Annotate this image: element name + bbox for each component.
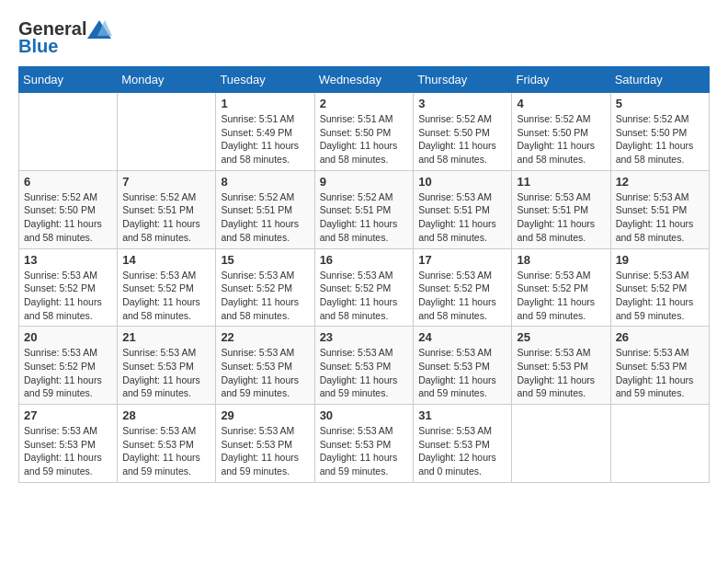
calendar-cell: 25Sunrise: 5:53 AM Sunset: 5:53 PM Dayli… — [512, 327, 610, 405]
calendar-cell: 11Sunrise: 5:53 AM Sunset: 5:51 PM Dayli… — [512, 170, 610, 248]
day-number: 5 — [616, 97, 704, 110]
day-number: 31 — [418, 408, 506, 422]
calendar-cell: 9Sunrise: 5:52 AM Sunset: 5:51 PM Daylig… — [314, 170, 414, 248]
day-info: Sunrise: 5:53 AM Sunset: 5:53 PM Dayligh… — [517, 346, 605, 400]
day-number: 3 — [418, 97, 506, 110]
calendar-cell: 5Sunrise: 5:52 AM Sunset: 5:50 PM Daylig… — [610, 93, 709, 171]
day-info: Sunrise: 5:53 AM Sunset: 5:52 PM Dayligh… — [517, 269, 605, 323]
day-number: 10 — [418, 175, 506, 189]
day-number: 21 — [122, 330, 210, 344]
calendar-week-row: 27Sunrise: 5:53 AM Sunset: 5:53 PM Dayli… — [19, 405, 710, 483]
calendar-cell: 7Sunrise: 5:52 AM Sunset: 5:51 PM Daylig… — [118, 170, 216, 248]
calendar-cell: 30Sunrise: 5:53 AM Sunset: 5:53 PM Dayli… — [314, 405, 414, 483]
day-info: Sunrise: 5:52 AM Sunset: 5:51 PM Dayligh… — [122, 190, 210, 245]
day-number: 2 — [320, 97, 409, 110]
day-info: Sunrise: 5:53 AM Sunset: 5:52 PM Dayligh… — [24, 346, 112, 400]
day-info: Sunrise: 5:53 AM Sunset: 5:53 PM Dayligh… — [221, 346, 309, 400]
column-header-tuesday: Tuesday — [216, 67, 314, 93]
day-info: Sunrise: 5:53 AM Sunset: 5:51 PM Dayligh… — [616, 190, 704, 245]
calendar-cell: 10Sunrise: 5:53 AM Sunset: 5:51 PM Dayli… — [414, 170, 512, 248]
day-info: Sunrise: 5:53 AM Sunset: 5:53 PM Dayligh… — [418, 346, 506, 400]
day-info: Sunrise: 5:53 AM Sunset: 5:51 PM Dayligh… — [418, 190, 506, 245]
calendar-cell: 14Sunrise: 5:53 AM Sunset: 5:52 PM Dayli… — [118, 248, 216, 327]
day-number: 25 — [517, 330, 605, 344]
calendar-cell: 8Sunrise: 5:52 AM Sunset: 5:51 PM Daylig… — [216, 170, 314, 248]
day-info: Sunrise: 5:53 AM Sunset: 5:52 PM Dayligh… — [221, 269, 309, 323]
calendar-cell: 24Sunrise: 5:53 AM Sunset: 5:53 PM Dayli… — [414, 327, 512, 405]
day-info: Sunrise: 5:53 AM Sunset: 5:53 PM Dayligh… — [221, 424, 309, 478]
day-number: 14 — [122, 253, 210, 267]
calendar-cell: 23Sunrise: 5:53 AM Sunset: 5:53 PM Dayli… — [314, 327, 414, 405]
calendar-cell: 26Sunrise: 5:53 AM Sunset: 5:53 PM Dayli… — [610, 327, 709, 405]
calendar-cell: 19Sunrise: 5:53 AM Sunset: 5:52 PM Dayli… — [610, 248, 709, 327]
column-header-thursday: Thursday — [414, 67, 512, 93]
day-info: Sunrise: 5:53 AM Sunset: 5:53 PM Dayligh… — [24, 424, 112, 478]
day-info: Sunrise: 5:53 AM Sunset: 5:52 PM Dayligh… — [24, 269, 112, 323]
day-number: 8 — [221, 175, 309, 189]
day-info: Sunrise: 5:53 AM Sunset: 5:52 PM Dayligh… — [616, 269, 704, 323]
day-number: 22 — [221, 330, 309, 344]
day-info: Sunrise: 5:53 AM Sunset: 5:53 PM Dayligh… — [320, 346, 409, 400]
calendar-week-row: 1Sunrise: 5:51 AM Sunset: 5:49 PM Daylig… — [19, 93, 710, 171]
day-number: 29 — [221, 408, 309, 422]
day-info: Sunrise: 5:53 AM Sunset: 5:52 PM Dayligh… — [320, 269, 409, 323]
calendar-cell: 3Sunrise: 5:52 AM Sunset: 5:50 PM Daylig… — [414, 93, 512, 171]
calendar-cell: 12Sunrise: 5:53 AM Sunset: 5:51 PM Dayli… — [610, 170, 709, 248]
logo-icon — [86, 19, 112, 40]
day-number: 1 — [221, 97, 309, 110]
day-number: 24 — [418, 330, 506, 344]
day-number: 12 — [616, 175, 704, 189]
calendar-cell: 4Sunrise: 5:52 AM Sunset: 5:50 PM Daylig… — [512, 93, 610, 171]
calendar-week-row: 20Sunrise: 5:53 AM Sunset: 5:52 PM Dayli… — [19, 327, 710, 405]
day-number: 7 — [122, 175, 210, 189]
day-number: 20 — [24, 330, 112, 344]
calendar-cell — [610, 405, 709, 483]
day-number: 9 — [320, 175, 409, 189]
day-info: Sunrise: 5:51 AM Sunset: 5:50 PM Dayligh… — [320, 112, 409, 167]
day-number: 6 — [24, 175, 112, 189]
calendar-cell: 28Sunrise: 5:53 AM Sunset: 5:53 PM Dayli… — [118, 405, 216, 483]
day-number: 19 — [616, 253, 704, 267]
day-info: Sunrise: 5:52 AM Sunset: 5:50 PM Dayligh… — [517, 112, 605, 167]
day-number: 11 — [517, 175, 605, 189]
calendar-cell: 13Sunrise: 5:53 AM Sunset: 5:52 PM Dayli… — [19, 248, 118, 327]
logo-blue: Blue — [18, 36, 58, 57]
column-header-friday: Friday — [512, 67, 610, 93]
day-number: 23 — [320, 330, 409, 344]
day-info: Sunrise: 5:52 AM Sunset: 5:50 PM Dayligh… — [616, 112, 704, 167]
day-info: Sunrise: 5:53 AM Sunset: 5:51 PM Dayligh… — [517, 190, 605, 245]
day-info: Sunrise: 5:53 AM Sunset: 5:53 PM Dayligh… — [122, 424, 210, 478]
day-info: Sunrise: 5:51 AM Sunset: 5:49 PM Dayligh… — [221, 112, 309, 167]
calendar-cell: 22Sunrise: 5:53 AM Sunset: 5:53 PM Dayli… — [216, 327, 314, 405]
day-number: 4 — [517, 97, 605, 110]
calendar-cell: 21Sunrise: 5:53 AM Sunset: 5:53 PM Dayli… — [118, 327, 216, 405]
day-info: Sunrise: 5:53 AM Sunset: 5:52 PM Dayligh… — [418, 269, 506, 323]
column-header-wednesday: Wednesday — [314, 67, 414, 93]
calendar-cell: 31Sunrise: 5:53 AM Sunset: 5:53 PM Dayli… — [414, 405, 512, 483]
day-number: 17 — [418, 253, 506, 267]
day-number: 16 — [320, 253, 409, 267]
column-header-monday: Monday — [118, 67, 216, 93]
calendar-cell: 27Sunrise: 5:53 AM Sunset: 5:53 PM Dayli… — [19, 405, 118, 483]
calendar-cell: 20Sunrise: 5:53 AM Sunset: 5:52 PM Dayli… — [19, 327, 118, 405]
day-info: Sunrise: 5:53 AM Sunset: 5:52 PM Dayligh… — [122, 269, 210, 323]
day-number: 18 — [517, 253, 605, 267]
day-number: 26 — [616, 330, 704, 344]
day-number: 30 — [320, 408, 409, 422]
calendar-cell: 29Sunrise: 5:53 AM Sunset: 5:53 PM Dayli… — [216, 405, 314, 483]
calendar-cell: 1Sunrise: 5:51 AM Sunset: 5:49 PM Daylig… — [216, 93, 314, 171]
calendar-cell: 16Sunrise: 5:53 AM Sunset: 5:52 PM Dayli… — [314, 248, 414, 327]
calendar-table: SundayMondayTuesdayWednesdayThursdayFrid… — [18, 66, 710, 483]
calendar-week-row: 6Sunrise: 5:52 AM Sunset: 5:50 PM Daylig… — [19, 170, 710, 248]
day-info: Sunrise: 5:53 AM Sunset: 5:53 PM Dayligh… — [616, 346, 704, 400]
day-info: Sunrise: 5:52 AM Sunset: 5:50 PM Dayligh… — [24, 190, 112, 245]
calendar-cell: 6Sunrise: 5:52 AM Sunset: 5:50 PM Daylig… — [19, 170, 118, 248]
day-number: 28 — [122, 408, 210, 422]
column-header-sunday: Sunday — [19, 67, 118, 93]
day-info: Sunrise: 5:53 AM Sunset: 5:53 PM Dayligh… — [122, 346, 210, 400]
calendar-cell: 18Sunrise: 5:53 AM Sunset: 5:52 PM Dayli… — [512, 248, 610, 327]
day-number: 15 — [221, 253, 309, 267]
page-header: General Blue — [18, 18, 710, 57]
logo: General Blue — [18, 18, 112, 57]
calendar-cell: 15Sunrise: 5:53 AM Sunset: 5:52 PM Dayli… — [216, 248, 314, 327]
